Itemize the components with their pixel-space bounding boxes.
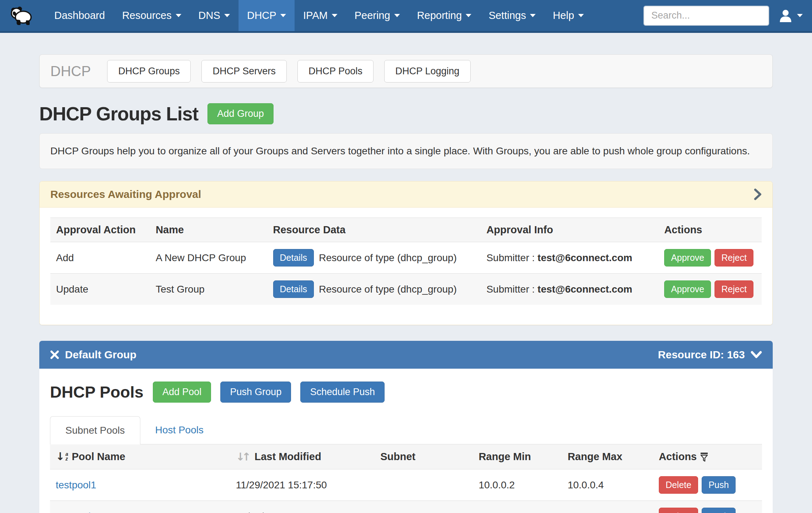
- approval-panel-header[interactable]: Resources Awaiting Approval: [40, 181, 772, 208]
- pools-table-header-row: ↓ az Pool Name ↓↑ Last Modified: [50, 444, 762, 469]
- resource-data-text: Resource of type (dhcp_group): [319, 284, 457, 295]
- nav-item-ipam[interactable]: IPAM: [295, 0, 346, 31]
- resource-data-text: Resource of type (dhcp_group): [319, 252, 457, 264]
- nav-item-label: Reporting: [417, 10, 462, 21]
- col-pool-name[interactable]: ↓ az Pool Name: [50, 444, 230, 469]
- col-actions: Actions: [658, 218, 762, 242]
- title-row: DHCP Groups List Add Group: [39, 103, 773, 125]
- reject-button[interactable]: Reject: [715, 280, 753, 298]
- col-label: Pool Name: [72, 451, 125, 463]
- brand-logo[interactable]: [5, 0, 36, 31]
- panda-logo-icon: [9, 5, 32, 26]
- nav-item-reporting[interactable]: Reporting: [408, 0, 480, 31]
- details-button[interactable]: Details: [273, 280, 314, 298]
- pool-tabs: Subnet Pools Host Pools: [50, 416, 762, 444]
- search-input[interactable]: [644, 6, 769, 25]
- approve-button[interactable]: Approve: [664, 249, 711, 267]
- nav-item-label: Dashboard: [54, 10, 105, 21]
- delete-button[interactable]: Delete: [659, 476, 698, 494]
- top-navbar: Dashboard Resources DNS DHCP IPAM Peerin…: [0, 0, 812, 33]
- submitter-label: Submitter :: [486, 252, 535, 263]
- resource-id-badge: Resource ID: 163: [658, 349, 745, 361]
- nav-item-resources[interactable]: Resources: [114, 0, 190, 31]
- pool-name-link[interactable]: testpool2: [56, 511, 96, 513]
- default-group-header: Default Group Resource ID: 163: [39, 341, 773, 369]
- nav-item-peering[interactable]: Peering: [346, 0, 408, 31]
- chevron-down-icon: [797, 14, 803, 17]
- delete-button[interactable]: Delete: [659, 508, 698, 513]
- dhcp-logging-button[interactable]: DHCP Logging: [384, 60, 471, 83]
- push-button[interactable]: Push: [702, 508, 736, 513]
- chevron-right-icon[interactable]: [754, 188, 762, 200]
- user-menu[interactable]: [776, 9, 803, 23]
- pools-title: DHCP Pools: [50, 383, 144, 402]
- chevron-down-icon[interactable]: [751, 351, 762, 359]
- nav-item-dashboard[interactable]: Dashboard: [46, 0, 114, 31]
- approval-action-cell: Add: [50, 242, 150, 274]
- range-min-cell: 12.0.0.0: [473, 501, 562, 513]
- push-button[interactable]: Push: [702, 476, 736, 494]
- filter-icon[interactable]: [700, 452, 708, 462]
- col-label: Actions: [659, 451, 697, 463]
- approval-panel-title: Resources Awaiting Approval: [50, 188, 201, 200]
- nav-item-label: Resources: [122, 10, 172, 21]
- approval-action-cell: Update: [50, 274, 150, 305]
- chevron-down-icon: [332, 14, 337, 17]
- nav-item-dns[interactable]: DNS: [190, 0, 239, 31]
- col-approval-info: Approval Info: [481, 218, 658, 242]
- approval-panel: Resources Awaiting Approval Approval Act…: [39, 181, 773, 325]
- col-last-modified[interactable]: ↓↑ Last Modified: [230, 444, 375, 469]
- reject-button[interactable]: Reject: [715, 249, 753, 267]
- chevron-down-icon: [394, 14, 400, 17]
- chevron-down-icon: [224, 14, 230, 17]
- col-label: Last Modified: [255, 451, 321, 463]
- approval-name-cell: Test Group: [150, 274, 267, 305]
- approval-table: Approval Action Name Resource Data Appro…: [50, 218, 762, 305]
- dhcp-section-toolbar: DHCP DHCP Groups DHCP Servers DHCP Pools…: [39, 54, 773, 88]
- close-icon[interactable]: [50, 350, 59, 359]
- add-pool-button[interactable]: Add Pool: [153, 382, 211, 403]
- description-text: DHCP Groups help you to organize all of …: [50, 145, 750, 156]
- nav-item-label: Help: [553, 10, 574, 21]
- default-group-panel: Default Group Resource ID: 163 DHCP Pool…: [39, 341, 773, 513]
- submitter-email: test@6connect.com: [537, 284, 632, 295]
- submitter-label: Submitter :: [486, 284, 535, 295]
- details-button[interactable]: Details: [273, 249, 314, 267]
- col-range-max[interactable]: Range Max: [562, 444, 653, 469]
- last-modified-cell: 11/29/2021 15:17:50: [230, 469, 375, 501]
- nav-item-settings[interactable]: Settings: [480, 0, 544, 31]
- user-icon: [778, 9, 793, 23]
- subnet-cell: [375, 501, 473, 513]
- sort-alpha-icon: ↓ az: [56, 451, 68, 462]
- page-title: DHCP Groups List: [39, 103, 198, 125]
- range-max-cell: 10.0.0.4: [562, 469, 653, 501]
- approve-button[interactable]: Approve: [664, 280, 711, 298]
- chevron-down-icon: [176, 14, 181, 17]
- nav-item-dhcp[interactable]: DHCP: [239, 0, 295, 31]
- nav-item-label: DHCP: [247, 10, 276, 21]
- tab-host-pools[interactable]: Host Pools: [140, 416, 219, 444]
- schedule-push-button[interactable]: Schedule Push: [300, 382, 385, 403]
- pools-title-row: DHCP Pools Add Pool Push Group Schedule …: [50, 382, 762, 403]
- col-subnet[interactable]: Subnet: [375, 444, 473, 469]
- chevron-down-icon: [578, 14, 584, 17]
- range-max-cell: 12.0.0.3: [562, 501, 653, 513]
- subnet-cell: [375, 469, 473, 501]
- col-range-min[interactable]: Range Min: [473, 444, 562, 469]
- add-group-button[interactable]: Add Group: [207, 103, 274, 124]
- nav-items: Dashboard Resources DNS DHCP IPAM Peerin…: [46, 0, 592, 31]
- tab-subnet-pools[interactable]: Subnet Pools: [50, 416, 140, 444]
- range-min-cell: 10.0.0.2: [473, 469, 562, 501]
- nav-item-help[interactable]: Help: [544, 0, 592, 31]
- table-row: testpool2 08/07/2021 19:35:17 12.0.0.0 1…: [50, 501, 762, 513]
- sort-icon: ↓↑: [236, 450, 248, 463]
- dhcp-groups-button[interactable]: DHCP Groups: [107, 60, 191, 83]
- approval-table-header-row: Approval Action Name Resource Data Appro…: [50, 218, 762, 242]
- push-group-button[interactable]: Push Group: [220, 382, 291, 403]
- chevron-down-icon: [530, 14, 536, 17]
- dhcp-pools-button[interactable]: DHCP Pools: [297, 60, 374, 83]
- approval-panel-body: Approval Action Name Resource Data Appro…: [40, 208, 772, 325]
- pool-name-link[interactable]: testpool1: [56, 479, 96, 490]
- dhcp-servers-button[interactable]: DHCP Servers: [201, 60, 287, 83]
- nav-item-label: IPAM: [303, 10, 328, 21]
